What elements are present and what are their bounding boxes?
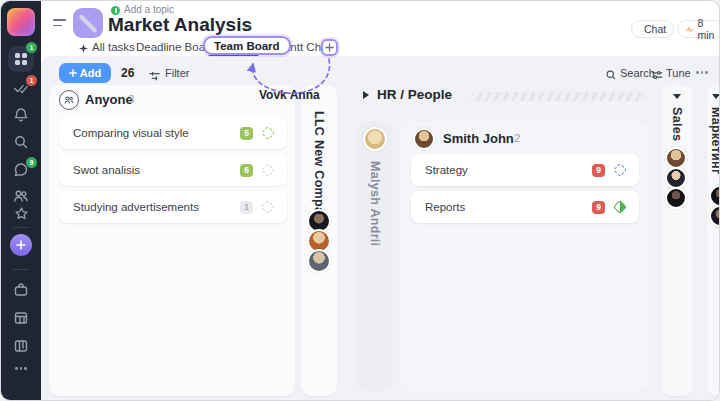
subtask-badge: 6 [240,164,253,177]
sidebar-divider [13,227,29,228]
task-title: Studying advertisements [73,191,199,223]
priority-badge: 9 [592,201,605,214]
tab-team-board[interactable]: Team Board [203,36,291,55]
page-title: Market Analysis [108,14,252,36]
avatar[interactable] [307,249,331,273]
task-title: Comparing visual style [73,117,189,149]
search-button[interactable]: Search [620,67,655,79]
main-sidebar: 1 1 9 [1,1,41,400]
status-ring-icon[interactable] [261,200,275,214]
notifications-button[interactable] [1,107,41,123]
status-progress-icon[interactable] [613,200,627,214]
column-count: 2 [514,132,520,144]
apps-grid-icon [15,53,27,65]
section-collapse-arrow[interactable] [712,94,720,99]
tune-button[interactable]: Tune [666,67,691,79]
filter-button[interactable]: Filter [165,67,189,79]
task-card[interactable]: Strategy 9 [411,154,639,186]
table-icon [13,310,29,326]
briefcase-icon [13,282,29,298]
timer-label: 8 min [698,17,716,41]
add-task-label: Add [80,67,101,79]
task-card[interactable]: Comparing visual style 5 [59,117,287,149]
project-icon[interactable] [73,8,103,38]
task-card[interactable]: Studying advertisements 1 [59,191,287,223]
subtask-badge: 1 [240,201,253,214]
favorites-button[interactable] [1,206,41,221]
task-count: 26 [121,66,134,80]
collapsed-section-marketing[interactable]: Маркетинг [707,85,720,396]
chat-button-label: Chat [644,23,666,35]
tune-icon [651,69,663,81]
status-ring-icon[interactable] [613,163,627,177]
avatar[interactable] [709,185,720,207]
tasks-badge: 1 [26,75,37,86]
task-card[interactable]: Reports 9 [411,191,639,223]
collapsed-section-llc[interactable]: LLC New Company [301,85,337,396]
section-title: Sales [670,107,684,141]
app-window: 1 1 9 [0,0,720,401]
people-icon [13,188,29,204]
tables-button[interactable] [1,310,41,326]
avatar[interactable] [665,167,687,189]
members-button[interactable] [1,188,41,204]
add-board-button[interactable] [321,39,338,56]
task-title: Reports [425,191,465,223]
sparkle-icon [79,44,88,53]
plus-icon [16,240,26,250]
collapsed-column-malysh[interactable]: Malysh Andrii [357,121,393,391]
boards-button[interactable] [1,338,41,354]
tab-all-tasks[interactable]: All tasks [92,41,135,53]
pencil-glyph [78,14,97,33]
section-drag-bar[interactable] [471,92,646,101]
app-logo[interactable] [7,8,35,36]
column-anyone: Anyone 3 Comparing visual style 5 Swot a… [49,85,295,396]
bell-icon [13,107,29,123]
workspace-badge: 1 [26,42,37,53]
status-ring-icon[interactable] [261,126,275,140]
avatar[interactable] [665,147,687,169]
filter-icon [148,70,161,82]
column-title[interactable]: Smith John [443,131,514,146]
section-expand-arrow[interactable] [363,91,369,99]
task-title: Strategy [425,154,468,186]
chat-badge: 9 [26,157,37,168]
create-new-button[interactable] [10,234,32,256]
people-icon [63,94,75,106]
anyone-group-icon [59,90,79,110]
time-tracker-button[interactable]: 8 min [677,20,720,38]
collapse-sidebar-button[interactable] [53,19,66,30]
search-icon [13,134,29,150]
section-title-hr[interactable]: HR / People [377,87,452,102]
chevron-down-icon [244,22,252,30]
search-icon [605,69,617,81]
chat-button[interactable]: Chat [631,20,674,38]
title-dropdown-button[interactable] [244,22,252,30]
collapsed-section-sales[interactable]: Sales [661,85,693,396]
toolbar-more-button[interactable] [696,71,708,74]
sidebar-more-button[interactable] [1,367,41,370]
ellipsis-icon [15,367,27,370]
subtask-badge: 5 [240,127,253,140]
task-card[interactable]: Swot analisis 6 [59,154,287,186]
kanban-icon [13,338,29,354]
plus-icon [325,43,334,52]
avatar[interactable] [363,127,387,151]
column-title: Malysh Andrii [368,161,382,246]
priority-badge: 9 [592,164,605,177]
add-task-button[interactable]: Add [59,63,111,83]
column-count: 3 [128,93,134,105]
sidebar-divider [13,269,29,270]
column-title[interactable]: Anyone [85,92,133,107]
task-title: Swot analisis [73,154,140,186]
column-header-vovk-anna[interactable]: Vovk Anna [259,88,320,102]
avatar[interactable] [665,187,687,209]
avatar[interactable] [413,128,435,150]
avatar[interactable] [709,205,720,227]
pulse-icon [686,24,694,35]
services-button[interactable] [1,282,41,298]
status-ring-icon[interactable] [261,163,275,177]
sidebar-search-button[interactable] [1,134,41,150]
plus-icon [69,69,77,77]
section-collapse-arrow[interactable] [673,94,681,99]
